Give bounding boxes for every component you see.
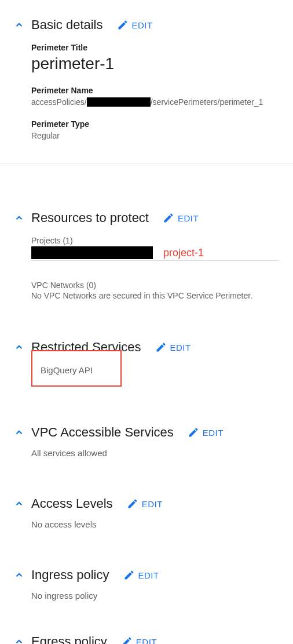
edit-access-levels-button[interactable]: EDIT bbox=[127, 498, 163, 510]
ingress-header[interactable]: Ingress policy EDIT bbox=[14, 567, 279, 583]
chevron-up-icon bbox=[14, 636, 24, 644]
pencil-icon bbox=[163, 212, 174, 224]
chevron-up-icon bbox=[14, 213, 24, 223]
perimeter-name-label: Perimeter Name bbox=[31, 86, 279, 95]
project-name: project-1 bbox=[163, 247, 204, 259]
pencil-icon bbox=[188, 427, 199, 438]
resources-title: Resources to protect bbox=[31, 210, 149, 225]
pencil-icon bbox=[121, 636, 133, 644]
basic-details-title: Basic details bbox=[31, 17, 103, 32]
vpc-networks-count: VPC Networks (0) bbox=[31, 281, 279, 290]
egress-title: Egress policy bbox=[31, 634, 107, 644]
vpc-accessible-title: VPC Accessible Services bbox=[31, 425, 174, 440]
restricted-service-highlight: BigQuery API bbox=[31, 350, 122, 387]
access-levels-title: Access Levels bbox=[31, 496, 113, 511]
basic-details-header[interactable]: Basic details EDIT bbox=[14, 17, 279, 32]
chevron-up-icon bbox=[14, 427, 24, 438]
edit-label: EDIT bbox=[203, 428, 224, 438]
egress-header[interactable]: Egress policy EDIT bbox=[14, 634, 279, 644]
pencil-icon bbox=[155, 341, 167, 353]
redacted-project-id bbox=[31, 246, 153, 259]
access-levels-message: No access levels bbox=[14, 519, 279, 529]
perimeter-name-value: accessPolicies/ /servicePerimeters/perim… bbox=[31, 97, 279, 107]
chevron-up-icon bbox=[14, 20, 24, 30]
project-row: project-1 bbox=[31, 246, 279, 261]
edit-vpc-accessible-button[interactable]: EDIT bbox=[188, 427, 224, 438]
edit-label: EDIT bbox=[178, 213, 199, 223]
access-levels-header[interactable]: Access Levels EDIT bbox=[14, 496, 279, 511]
perimeter-type-label: Perimeter Type bbox=[31, 119, 279, 129]
pencil-icon bbox=[127, 498, 138, 510]
chevron-up-icon bbox=[14, 499, 24, 509]
pencil-icon bbox=[117, 19, 129, 31]
pencil-icon bbox=[123, 569, 135, 581]
edit-label: EDIT bbox=[170, 343, 191, 352]
chevron-up-icon bbox=[14, 570, 24, 580]
vpc-networks-message: No VPC Networks are secured in this VPC … bbox=[31, 291, 279, 300]
edit-label: EDIT bbox=[138, 570, 159, 580]
redacted-policy-id bbox=[87, 97, 151, 107]
perimeter-type-value: Regular bbox=[31, 131, 279, 140]
edit-basic-details-button[interactable]: EDIT bbox=[117, 19, 153, 31]
projects-count-label: Projects (1) bbox=[31, 236, 279, 245]
ingress-title: Ingress policy bbox=[31, 567, 109, 583]
perimeter-name-suffix: /servicePerimeters/perimeter_1 bbox=[151, 97, 263, 107]
ingress-message: No ingress policy bbox=[14, 591, 279, 601]
restricted-service-item: BigQuery API bbox=[41, 365, 93, 375]
vpc-accessible-header[interactable]: VPC Accessible Services EDIT bbox=[14, 425, 279, 440]
edit-label: EDIT bbox=[142, 499, 163, 509]
edit-label: EDIT bbox=[132, 20, 153, 30]
resources-header[interactable]: Resources to protect EDIT bbox=[14, 210, 279, 225]
edit-label: EDIT bbox=[136, 637, 157, 645]
edit-resources-button[interactable]: EDIT bbox=[163, 212, 199, 224]
edit-ingress-button[interactable]: EDIT bbox=[123, 569, 159, 581]
edit-egress-button[interactable]: EDIT bbox=[121, 636, 157, 644]
vpc-accessible-message: All services allowed bbox=[14, 448, 279, 458]
perimeter-title-label: Perimeter Title bbox=[31, 43, 279, 52]
perimeter-name-prefix: accessPolicies/ bbox=[31, 97, 87, 107]
perimeter-title-value: perimeter-1 bbox=[31, 54, 279, 73]
edit-restricted-button[interactable]: EDIT bbox=[155, 341, 191, 353]
